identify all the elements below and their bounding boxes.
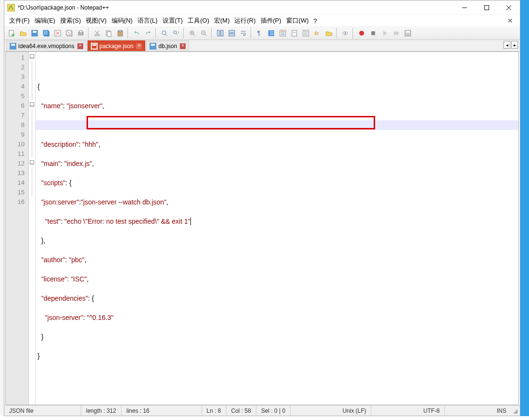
menu-help[interactable]: ?	[312, 16, 319, 25]
sync-h-icon[interactable]	[227, 28, 237, 38]
zoom-out-icon[interactable]	[199, 28, 209, 38]
tab-vmoptions[interactable]: idea64.exe.vmoptions ×	[6, 40, 87, 51]
close-all-icon[interactable]	[64, 28, 75, 38]
new-file-icon[interactable]	[6, 28, 17, 38]
svg-rect-70	[151, 44, 155, 46]
play-macro-icon[interactable]	[379, 28, 390, 38]
menu-view[interactable]: 视图(V)	[84, 15, 108, 26]
app-icon	[7, 4, 15, 12]
save-all-icon[interactable]	[41, 28, 51, 38]
svg-line-30	[176, 33, 177, 35]
show-all-chars-icon[interactable]: ¶	[254, 28, 265, 38]
print-icon[interactable]	[76, 28, 86, 38]
record-macro-icon[interactable]	[356, 28, 367, 38]
tab-label: db.json	[158, 43, 177, 50]
sync-v-icon[interactable]	[215, 28, 226, 38]
code-area[interactable]: { "name": "jsonserver", "version": "1.0.…	[36, 52, 518, 405]
svg-rect-63	[406, 31, 410, 33]
close-tab-icon[interactable]: ×	[136, 43, 142, 49]
status-sel: Sel : 0 | 0	[256, 406, 290, 416]
close-button[interactable]	[498, 0, 520, 15]
doc-map-icon[interactable]	[289, 28, 300, 38]
menu-search[interactable]: 搜索(S)	[58, 15, 83, 26]
play-multi-icon[interactable]	[391, 28, 402, 38]
tab-prev-button[interactable]: ◂	[504, 41, 510, 49]
stop-macro-icon[interactable]	[368, 28, 378, 38]
monitor-icon[interactable]	[340, 28, 351, 38]
save-macro-icon[interactable]	[403, 28, 413, 38]
close-tab-icon[interactable]: ×	[77, 43, 83, 49]
wrap-icon[interactable]	[238, 28, 249, 38]
maximize-button[interactable]	[476, 0, 498, 15]
save-red-icon	[91, 43, 98, 50]
svg-text:¶: ¶	[257, 30, 260, 37]
svg-point-59	[345, 33, 346, 34]
svg-line-28	[165, 34, 167, 36]
app-window: *D:\Json\package.json - Notepad++ 文件(F) …	[4, 0, 520, 416]
window-title: *D:\Json\package.json - Notepad++	[18, 4, 453, 11]
menu-edit[interactable]: 编辑(E)	[33, 15, 57, 26]
svg-point-20	[98, 34, 100, 36]
current-line-highlight	[36, 120, 518, 130]
menu-macro[interactable]: 宏(M)	[212, 15, 232, 26]
replace-icon[interactable]	[171, 28, 181, 38]
status-insert-mode[interactable]: INS	[492, 406, 511, 416]
svg-point-27	[162, 31, 166, 35]
save-icon[interactable]	[29, 28, 40, 38]
status-length: length : 312	[81, 406, 122, 416]
svg-rect-26	[119, 30, 122, 32]
svg-rect-2	[485, 5, 489, 10]
close-document-button[interactable]: ✕	[504, 17, 517, 25]
status-lines: lines : 16	[122, 406, 154, 416]
doc-list-icon[interactable]	[301, 28, 311, 38]
status-filetype: JSON file	[4, 406, 81, 416]
save-blue-icon	[150, 43, 156, 50]
status-encoding[interactable]: UTF-8	[418, 406, 445, 416]
fold-gutter[interactable]	[29, 52, 36, 405]
zoom-in-icon[interactable]	[187, 28, 198, 38]
copy-icon[interactable]	[103, 28, 114, 38]
svg-rect-0	[7, 4, 15, 12]
status-eol[interactable]: Unix (LF)	[338, 406, 371, 416]
function-list-icon[interactable]: fx	[312, 28, 323, 38]
resize-grip-icon[interactable]: ◢	[511, 407, 520, 414]
tab-label: idea64.exe.vmoptions	[18, 43, 75, 50]
udl-icon[interactable]	[277, 28, 288, 38]
indent-guide-icon[interactable]	[266, 28, 277, 38]
undo-icon[interactable]	[131, 28, 142, 38]
menu-language[interactable]: 语言(L)	[136, 15, 160, 26]
tabstrip-nav: ◂ ▸	[504, 41, 518, 49]
menu-encoding[interactable]: 编码(N)	[110, 15, 135, 26]
svg-rect-24	[107, 32, 111, 37]
titlebar[interactable]: *D:\Json\package.json - Notepad++	[4, 0, 520, 15]
status-ln: Ln : 8	[202, 406, 227, 416]
find-icon[interactable]	[159, 28, 170, 38]
minimize-button[interactable]	[453, 0, 476, 15]
menu-plugins[interactable]: 插件(P)	[259, 15, 283, 26]
svg-rect-39	[221, 30, 223, 36]
close-tab-icon[interactable]: ×	[180, 43, 186, 49]
svg-rect-18	[79, 31, 82, 33]
redo-icon[interactable]	[143, 28, 153, 38]
tab-next-button[interactable]: ▸	[511, 41, 518, 49]
svg-rect-8	[33, 31, 37, 33]
tab-db-json[interactable]: db.json ×	[146, 40, 189, 51]
menu-settings[interactable]: 设置(T)	[161, 15, 185, 26]
menu-tools[interactable]: 工具(O)	[186, 15, 211, 26]
cut-icon[interactable]	[92, 28, 102, 38]
menu-window[interactable]: 窗口(W)	[284, 15, 311, 26]
menu-run[interactable]: 运行(R)	[232, 15, 257, 26]
svg-rect-65	[11, 44, 15, 46]
editor[interactable]: 12345678 910111213141516 { "name": "json…	[5, 51, 519, 405]
menubar: 文件(F) 编辑(E) 搜索(S) 视图(V) 编码(N) 语言(L) 设置(T…	[4, 15, 520, 26]
paste-icon[interactable]	[115, 28, 126, 38]
folder-workspace-icon[interactable]	[324, 28, 334, 38]
save-blue-icon	[10, 43, 16, 50]
toolbar: ¶ fx	[4, 26, 520, 40]
tab-package-json[interactable]: package.json ×	[88, 40, 146, 51]
svg-line-34	[193, 34, 195, 36]
menu-file[interactable]: 文件(F)	[7, 15, 32, 26]
open-file-icon[interactable]	[18, 28, 28, 38]
close-file-icon[interactable]	[52, 28, 63, 38]
svg-point-19	[95, 34, 97, 36]
